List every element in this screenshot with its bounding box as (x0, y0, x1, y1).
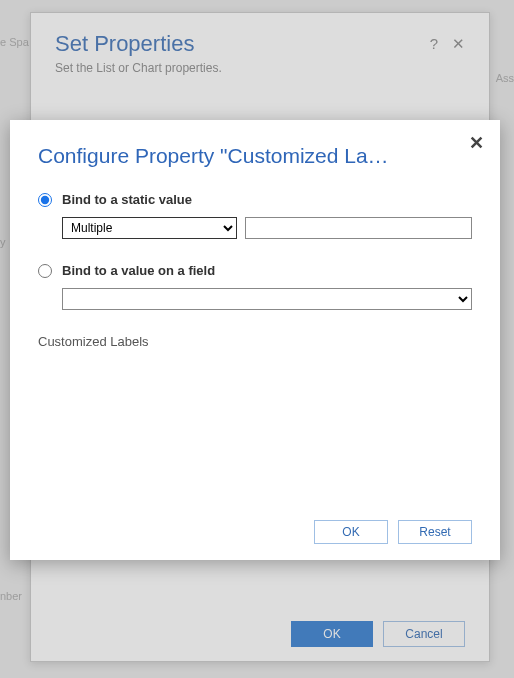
property-description: Customized Labels (38, 334, 472, 349)
configure-property-dialog: ✕ Configure Property "Customized La… Bin… (10, 120, 500, 560)
close-icon[interactable]: ✕ (469, 134, 484, 152)
reset-button[interactable]: Reset (398, 520, 472, 544)
bind-static-option[interactable]: Bind to a static value (38, 192, 472, 207)
bind-field-label: Bind to a value on a field (62, 263, 215, 278)
dialog-title: Configure Property "Customized La… (38, 144, 448, 168)
bind-static-radio[interactable] (38, 193, 52, 207)
bind-field-controls (62, 288, 472, 310)
bind-field-radio[interactable] (38, 264, 52, 278)
static-value-select[interactable]: Multiple (62, 217, 237, 239)
dialog-footer: OK Reset (314, 520, 472, 544)
bind-static-label: Bind to a static value (62, 192, 192, 207)
ok-button[interactable]: OK (314, 520, 388, 544)
static-value-input[interactable] (245, 217, 472, 239)
field-value-select[interactable] (62, 288, 472, 310)
bind-static-controls: Multiple (62, 217, 472, 239)
bind-field-option[interactable]: Bind to a value on a field (38, 263, 472, 278)
